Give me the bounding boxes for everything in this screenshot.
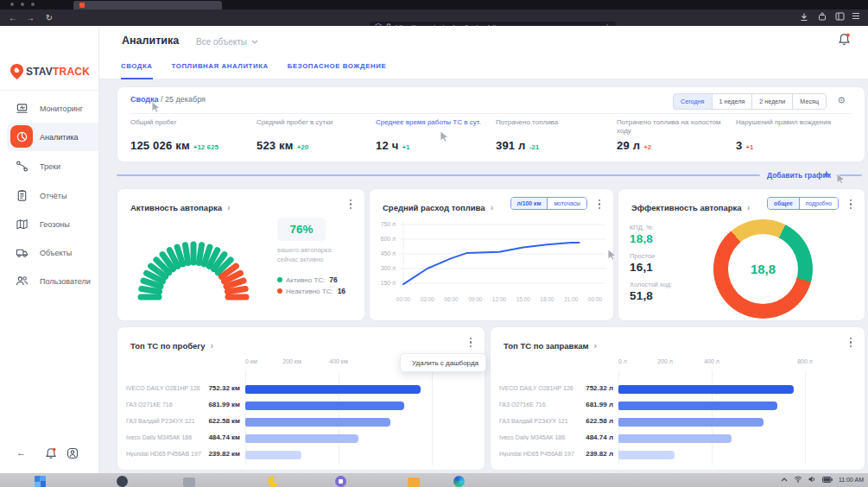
sidebar-item-tracks[interactable]: Треки — [0, 152, 98, 180]
wifi-icon[interactable] — [794, 476, 802, 483]
tab-safe-driving[interactable]: БЕЗОПАСНОЕ ВОЖДЕНИЕ — [288, 62, 386, 79]
add-chart-button[interactable]: Добавить график — [767, 171, 831, 180]
kebab-menu-icon[interactable] — [596, 199, 603, 210]
bar[interactable] — [618, 451, 675, 459]
taskbar-clock[interactable]: 11:00 AM — [839, 477, 864, 483]
bar[interactable] — [618, 418, 763, 427]
app-logo[interactable]: STAVTRACK — [10, 64, 90, 79]
bar[interactable] — [245, 451, 301, 459]
notifications-bell-icon[interactable] — [45, 447, 57, 463]
sidebar-item-users[interactable]: Пользователи — [0, 267, 98, 295]
legend-item-active: Активно ТС: 76 — [277, 275, 338, 284]
users-icon — [10, 269, 33, 292]
taskbar-app-icon[interactable] — [183, 478, 195, 487]
stat-total-mileage: Общий пробег 125 026 км+12 625 — [130, 118, 241, 127]
menu-hamburger-icon[interactable] — [852, 12, 864, 20]
window-control-icon[interactable] — [31, 3, 35, 6]
firefox-icon[interactable] — [268, 476, 279, 487]
cursor-icon — [607, 249, 617, 261]
kebab-menu-icon[interactable] — [847, 199, 854, 210]
taskbar-app-icon[interactable] — [335, 476, 346, 487]
edge-browser-icon[interactable] — [453, 476, 465, 487]
bar[interactable] — [245, 402, 404, 410]
logo-pin-icon — [10, 64, 23, 79]
efficiency-stat-label: Простои — [630, 252, 655, 260]
chevron-right-icon[interactable]: › — [747, 202, 751, 212]
donut-chart: 18,8 — [713, 219, 813, 319]
plus-icon[interactable]: + — [823, 168, 830, 180]
period-today-button[interactable]: Сегодня — [673, 93, 713, 110]
analytics-icon — [10, 125, 33, 148]
bar[interactable] — [245, 385, 421, 394]
notifications-bell-icon[interactable] — [838, 33, 851, 49]
sidebar-item-geozones[interactable]: Геозоны — [0, 210, 98, 238]
efficiency-stat-value: 18,8 — [630, 232, 653, 245]
sidebar-item-objects[interactable]: Объекты — [0, 238, 98, 267]
geozones-icon — [10, 212, 33, 235]
window-control-icon[interactable] — [21, 3, 24, 6]
sidebar-toggle-icon[interactable] — [835, 12, 847, 21]
settings-gear-icon[interactable]: ⚙ — [837, 95, 846, 105]
bar[interactable] — [618, 434, 732, 443]
tab-fuel-analytics[interactable]: ТОПЛИВНАЯ АНАЛИТИКА — [172, 62, 269, 79]
period-2weeks-button[interactable]: 2 недели — [751, 93, 793, 110]
sidebar-item-analytics[interactable]: Аналитика — [7, 123, 98, 151]
toggle-detailed-button[interactable]: подробно — [800, 198, 838, 209]
profile-icon[interactable] — [67, 447, 79, 463]
reload-icon[interactable]: ↻ — [43, 12, 55, 23]
battery-icon[interactable] — [822, 477, 833, 483]
sidebar-item-label: Треки — [40, 162, 60, 171]
forward-icon[interactable]: → — [24, 12, 36, 23]
sidebar-item-monitoring[interactable]: Мониторинг — [0, 94, 98, 123]
stat-avg-daily-mileage: Средний пробег в сутки 523 км+20 — [257, 118, 367, 127]
back-icon[interactable]: ← — [7, 12, 19, 23]
collapse-sidebar-icon[interactable]: ← — [16, 447, 26, 458]
toggle-motohours-button[interactable]: моточасы — [548, 198, 586, 209]
bar[interactable] — [618, 402, 777, 410]
y-axis-tick: 150 л — [370, 280, 396, 286]
window-control-icon[interactable] — [10, 3, 14, 6]
tray-expand-icon[interactable] — [781, 478, 788, 482]
efficiency-stat-value: 16,1 — [630, 261, 653, 274]
sidebar-item-reports[interactable]: Отчёты — [0, 181, 98, 210]
line-chart — [400, 218, 605, 293]
cursor-icon — [151, 101, 161, 113]
unit-toggle: л/100 км моточасы — [510, 197, 587, 210]
bar[interactable] — [245, 434, 358, 443]
x-axis-tick: 12:00 — [492, 296, 506, 302]
kebab-menu-icon[interactable] — [347, 199, 354, 210]
card-top-mileage: Топ ТС по пробегу› 0 км 200 км 400 км IV… — [117, 326, 485, 471]
bar[interactable] — [245, 418, 390, 427]
taskbar-app-icon[interactable] — [117, 476, 128, 487]
x-axis-tick: 15:00 — [516, 296, 530, 302]
context-menu-delete[interactable]: Удалить с дашборда — [400, 353, 486, 372]
card-avg-fuel-consumption: Средний расход топлива› л/100 км моточас… — [369, 188, 614, 321]
period-1week-button[interactable]: 1 неделя — [712, 93, 753, 110]
toggle-general-button[interactable]: общее — [768, 198, 800, 209]
extensions-icon[interactable] — [818, 12, 830, 21]
chevron-right-icon[interactable]: › — [491, 202, 494, 212]
toggle-l100km-button[interactable]: л/100 км — [511, 198, 548, 209]
gauge-value-box: 76% — [277, 218, 326, 241]
browser-tab[interactable] — [73, 1, 222, 9]
y-axis-tick: 750 л — [370, 221, 396, 227]
cursor-icon — [440, 130, 449, 142]
download-icon[interactable] — [800, 12, 812, 22]
folder-icon[interactable] — [408, 478, 420, 487]
bar[interactable] — [618, 385, 794, 394]
gauge-chart — [124, 221, 263, 303]
bar-chart-refuels: 0 л 200 л 400 л 800 л IVECO DAILY О281НР… — [491, 327, 865, 470]
x-axis-tick: 06:00 — [444, 296, 458, 302]
objects-filter-dropdown[interactable]: Все объекты — [196, 37, 258, 47]
page-header: Аналитика Все объекты СВОДКА ТОПЛИВНАЯ А… — [99, 26, 868, 79]
start-menu-icon[interactable] — [35, 476, 46, 487]
tab-summary[interactable]: СВОДКА — [121, 62, 153, 79]
chevron-down-icon — [251, 40, 258, 44]
period-month-button[interactable]: Месяц — [792, 93, 827, 110]
volume-icon[interactable] — [808, 476, 816, 483]
browser-tabbar — [0, 0, 868, 9]
objects-filter-label: Все объекты — [196, 37, 247, 47]
sidebar-item-label: Мониторинг — [40, 104, 83, 113]
chevron-right-icon[interactable]: › — [227, 202, 231, 212]
x-axis-tick: 00:00 — [396, 296, 410, 302]
